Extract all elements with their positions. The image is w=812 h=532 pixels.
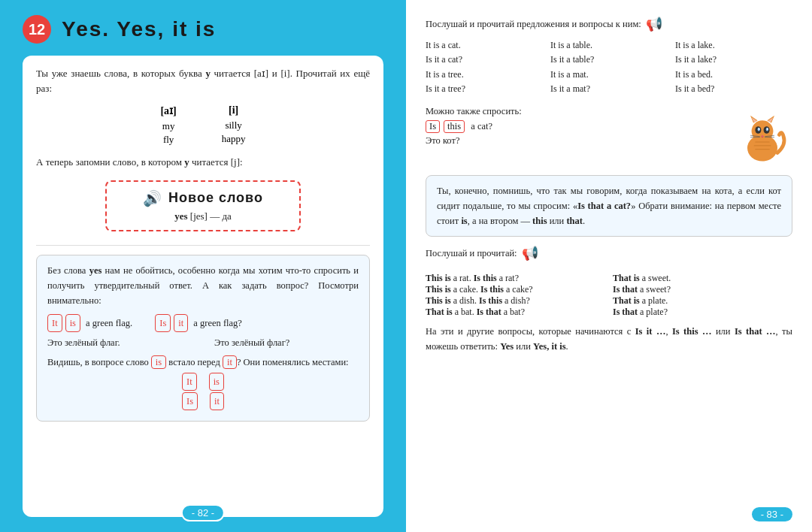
stmt-table: It is a table. <box>550 38 668 53</box>
q-tree: Is it a tree? <box>426 82 543 96</box>
stmt-tree: It is a tree. <box>426 68 543 82</box>
q-bed: Is it a bed? <box>675 82 792 96</box>
swap-diagram: It is Is it <box>47 373 359 410</box>
listen-text-2: Послушай и прочитай: <box>426 246 517 261</box>
phonetics-header-i: [i] <box>229 104 238 116</box>
cat-svg <box>732 106 792 166</box>
swap-is: is <box>151 355 166 369</box>
svg-point-10 <box>759 128 760 129</box>
also-ask-section: Можно также спросить: Is this a cat? Это… <box>426 106 792 169</box>
stmt-lake: It is a lake. <box>675 38 792 53</box>
bold-line-4r: Is that a plate? <box>613 307 792 318</box>
phonetics-header-ai: [aɪ] <box>160 104 176 117</box>
word-it-box-q: it <box>174 314 188 332</box>
info-box: Без слова yes нам не обойтись, особенно … <box>36 255 370 422</box>
swap-it-top: It <box>182 373 197 391</box>
new-word-box: 🔊 Новое слово yes [jes] — да <box>105 180 301 231</box>
swap-text: Видишь, в вопросе слово is встало перед … <box>47 355 359 370</box>
sentence-table: It is a table. Is it a table? <box>550 38 668 67</box>
speaker-icon: 🔊 <box>143 189 162 207</box>
lesson-number: 12 <box>23 15 51 44</box>
cat-text: Можно также спросить: Is this a cat? Это… <box>426 106 725 147</box>
question-trans: Это кот? <box>426 135 725 147</box>
phonetics-table: [aɪ] my fly [i] silly happy <box>36 104 370 146</box>
q-lake: Is it a lake? <box>675 53 792 67</box>
new-word-label: 🔊 Новое слово <box>143 189 263 207</box>
phonetics-word: fly <box>163 134 174 146</box>
divider <box>36 245 370 246</box>
example-stmt: It is a green flag. <box>47 314 132 332</box>
swap-row-2: Is it <box>182 392 224 410</box>
q-table: Is it a table? <box>550 53 668 67</box>
swap-is-bot: Is <box>182 392 198 410</box>
question-is: Is <box>426 120 440 133</box>
example-row-1: It is a green flag. Is it a green flag? <box>47 314 359 332</box>
listen-header-2: Послушай и прочитай: 📢 <box>426 243 792 264</box>
info-text: Без слова yes нам не обойтись, особенно … <box>47 263 359 308</box>
sentences-grid: It is a cat. Is it a cat? It is a table.… <box>426 38 792 97</box>
phonetics-col-i: [i] silly happy <box>222 104 246 146</box>
trans-1: Это зелёный флаг. <box>47 335 192 350</box>
phonetics-word: my <box>162 120 175 132</box>
lesson-title: Yes. Yes, it is <box>62 17 216 41</box>
swap-it-bot: it <box>210 392 224 410</box>
swap-it: it <box>223 355 237 369</box>
sentence-cat: It is a cat. Is it a cat? <box>426 38 543 67</box>
right-page: Послушай и прочитай предложения и вопрос… <box>406 0 812 532</box>
word-it-box: It <box>47 314 62 332</box>
bold-line-1r: That is a sweet. <box>613 273 792 284</box>
bold-line-2: This is a cake. Is this a cake? <box>426 284 605 295</box>
listen-icon-1: 📢 <box>646 14 662 35</box>
q-cat: Is it a cat? <box>426 53 543 67</box>
word-is-box-q: Is <box>155 314 171 332</box>
new-word-title: Новое слово <box>168 190 263 206</box>
listen-section-2: Послушай и прочитай: 📢 <box>426 243 792 268</box>
left-page: 12 Yes. Yes, it is Ты уже знаешь слова, … <box>0 0 406 532</box>
bold-line-3: This is a dish. Is this a dish? <box>426 295 605 307</box>
phonetics-col-ai: [aɪ] my fly <box>160 104 176 146</box>
also-ask-label: Можно также спросить: <box>426 106 725 117</box>
new-word-note: А теперь запомни слово, в котором y чита… <box>36 155 370 170</box>
sentence-lake: It is a lake. Is it a lake? <box>675 38 792 67</box>
svg-point-11 <box>767 128 768 129</box>
stmt-bed: It is a bed. <box>675 68 792 82</box>
left-content: Ты уже знаешь слова, в которых буква y ч… <box>23 56 383 517</box>
bold-line-4: That is a bat. Is that a bat? <box>426 307 605 318</box>
q-mat: Is it a mat? <box>550 82 668 96</box>
example-question: Is it a green flag? <box>155 314 242 332</box>
right-info-box: Ты, конечно, помнишь, что так мы говорим… <box>426 175 792 237</box>
trans-2: Это зелёный флаг? <box>214 335 359 350</box>
listen-section-1: Послушай и прочитай предложения и вопрос… <box>426 14 792 100</box>
sentence-bed: It is a bed. Is it a bed? <box>675 68 792 96</box>
word-is-box: is <box>65 314 80 332</box>
sentence-mat: It is a mat. Is it a mat? <box>550 68 668 96</box>
example-rest-q: a green flag? <box>191 316 242 331</box>
cat-image <box>732 106 792 169</box>
new-word-definition: yes [jes] — да <box>174 210 232 222</box>
svg-point-1 <box>752 120 774 142</box>
swap-is-top: is <box>209 373 224 391</box>
bold-line-1: This is a rat. Is this a rat? <box>426 273 605 284</box>
lesson-header: 12 Yes. Yes, it is <box>23 15 383 44</box>
example-row-trans: Это зелёный флаг. Это зелёный флаг? <box>47 335 359 350</box>
listen-icon-2: 📢 <box>522 243 538 264</box>
listen-header-1: Послушай и прочитай предложения и вопрос… <box>426 14 792 35</box>
bold-line-3r: That is a plate. <box>613 295 792 307</box>
example-rest: a green flag. <box>83 316 132 331</box>
right-page-number: - 83 - <box>752 507 792 521</box>
stmt-cat: It is a cat. <box>426 38 543 53</box>
phonetics-word: happy <box>222 133 246 145</box>
bold-sentences-grid: This is a rat. Is this a rat? That is a … <box>426 273 792 318</box>
listen-text-1: Послушай и прочитай предложения и вопрос… <box>426 17 641 32</box>
stmt-mat: It is a mat. <box>550 68 668 82</box>
question-this: this <box>444 120 465 133</box>
bold-line-2r: Is that a sweet? <box>613 284 792 295</box>
left-page-number: - 82 - <box>181 504 225 521</box>
intro-text: Ты уже знаешь слова, в которых буква y ч… <box>36 66 370 95</box>
sentence-tree: It is a tree. Is it a tree? <box>426 68 543 96</box>
final-section: На эти и другие вопросы, которые начинаю… <box>426 324 792 354</box>
question-rest: a cat? <box>468 121 492 132</box>
phonetics-word: silly <box>225 119 241 131</box>
swap-row-1: It is <box>182 373 224 391</box>
